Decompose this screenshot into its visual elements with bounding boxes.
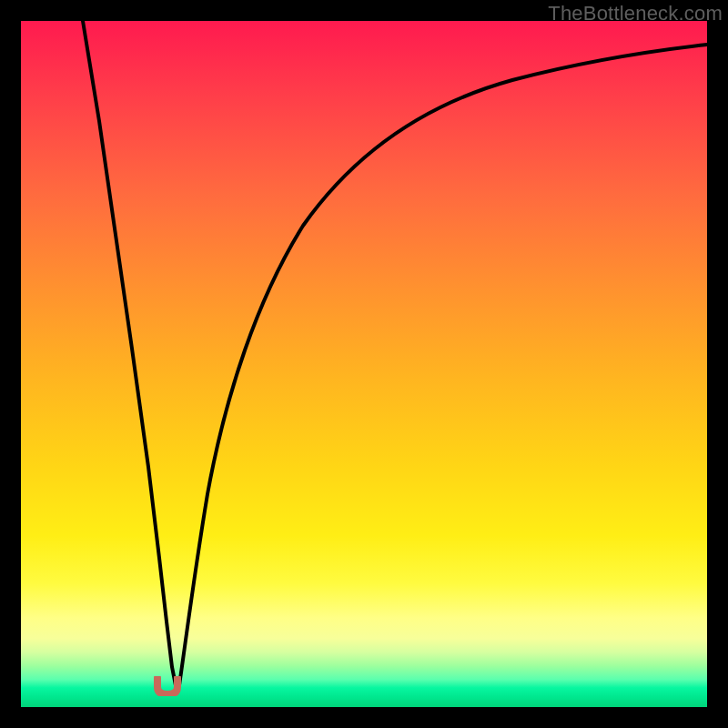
watermark-text: TheBottleneck.com (548, 2, 723, 25)
bottleneck-curve (21, 21, 707, 707)
chart-frame: TheBottleneck.com (0, 0, 728, 728)
plot-area (21, 21, 707, 707)
